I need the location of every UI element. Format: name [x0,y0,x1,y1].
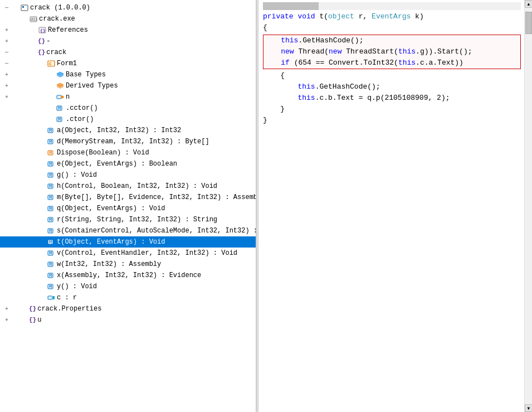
field-icon-n [56,93,65,101]
tree-item-n[interactable]: + n [0,91,256,103]
m-method-label: m(Byte[], Byte[], Evidence, Int32, Int32… [57,193,256,201]
expand-u-ns[interactable]: + [2,316,11,324]
svg-text:M: M [49,206,52,212]
method-icon-cctor: M [56,104,65,113]
tree-item-d-method[interactable]: M d(MemoryStream, Int32, Int32) : Byte[] [0,136,256,147]
expand-n[interactable]: + [2,93,11,101]
svg-text:M: M [49,162,52,167]
top-scrollbar-area[interactable] [263,2,521,10]
tree-item-v-method[interactable]: M v(Control, EventHandler, Int32, Int32)… [0,248,256,259]
svg-text:M: M [49,217,52,223]
tree-item-crack-props[interactable]: + {} crack.Properties [0,303,256,314]
expand-x-method [2,271,11,280]
tree-item-e-method[interactable]: M e(Object, EventArgs) : Boolean [0,158,256,169]
code-line-8: this.c.b.Text = q.p(2105108909, 2); [263,93,521,104]
method-icon-m: M [47,193,56,202]
method-icon-w: M [47,260,56,269]
tree-item-crack-solution[interactable]: ─ crack (1.0.0.0) [0,2,256,13]
tree-item-references[interactable]: + {} References [0,25,256,36]
tree-item-x-method[interactable]: M x(Assembly, Int32, Int32) : Evidence [0,270,256,281]
expand-crack-ns[interactable]: ─ [2,48,11,57]
code-line-10: } [263,115,521,126]
expand-c-field [2,293,11,302]
expand-d-method [2,137,11,146]
kw-private-1: private [263,11,294,22]
q-method-label: q(Object, EventArgs) : Void [57,205,165,212]
scroll-up-button[interactable]: ▲ [525,0,532,8]
expand-braces[interactable]: + [2,37,11,46]
tree-item-u-ns[interactable]: + {} u [0,314,256,326]
svg-text:M: M [49,262,52,268]
tree-item-dispose[interactable]: M Dispose(Boolean) : Void [0,147,256,158]
svg-text:M: M [49,151,52,156]
base-types-icon [56,70,65,79]
tree-item-cctor[interactable]: M .cctor() [0,103,256,114]
t-method-label: t(Object, EventArgs) : Void [57,238,165,246]
crack-solution-label: crack (1.0.0.0) [30,4,90,12]
tree-item-s-method[interactable]: M s(ContainerControl, AutoScaleMode, Int… [0,225,256,236]
expand-cctor [2,104,11,113]
expand-ctor [2,115,11,124]
tree-item-a-method[interactable]: M a(Object, Int32, Int32) : Int32 [0,125,256,136]
method-icon-g: M [47,171,56,180]
expand-base-types[interactable]: + [2,70,11,79]
expand-m-method [2,193,11,202]
tree-panel[interactable]: ─ crack (1.0.0.0) dll crack.exe + {} [0,0,256,412]
tree-item-crack-exe[interactable]: dll crack.exe [0,13,256,25]
scroll-down-button[interactable]: ▼ [525,404,532,412]
expand-crack-props[interactable]: + [2,304,11,313]
namespace-icon-crack: {} [38,49,45,56]
svg-rect-1 [22,6,24,8]
code-panel: private void t(object r, EventArgs k) { … [258,0,532,412]
tree-item-t-method[interactable]: M t(Object, EventArgs) : Void [0,236,256,248]
tree-item-r-method[interactable]: M r(String, String, Int32, Int32) : Stri… [0,214,256,225]
svg-rect-8 [57,95,61,99]
code-line-2: { [263,22,521,33]
references-label: References [48,26,88,34]
expand-crack-solution[interactable]: ─ [2,3,11,12]
code-view: private void t(object r, EventArgs k) { … [263,11,521,126]
expand-y-method [2,282,11,291]
scroll-thumb[interactable] [525,12,532,34]
form1-label: Form1 [57,60,77,67]
right-scrollbar[interactable]: ▲ ▼ [524,0,532,412]
method-icon-h: M [47,182,56,191]
tree-item-form1[interactable]: ─ C Form1 [0,58,256,69]
svg-text:M: M [49,195,52,201]
y-method-label: y() : Void [57,283,97,290]
code-line-3: this.GetHashCode(); [263,35,520,46]
solution-icon [20,3,29,12]
tree-item-q-method[interactable]: M q(Object, EventArgs) : Void [0,203,256,214]
top-scrollbar-thumb[interactable] [263,2,319,10]
svg-text:M: M [49,128,52,134]
svg-text:M: M [49,273,52,279]
expand-derived-types[interactable]: + [2,81,11,90]
tree-item-y-method[interactable]: M y() : Void [0,281,256,292]
expand-form1[interactable]: ─ [2,59,11,68]
method-icon-d: M [47,137,56,146]
namespace-icon-1: {} [38,38,45,45]
kw-this-7: this [297,81,315,93]
tree-item-ctor[interactable]: M .ctor() [0,114,256,125]
tree-item-braces[interactable]: + {} - [0,36,256,47]
tree-item-c-field[interactable]: c : r [0,292,256,303]
tree-item-derived-types[interactable]: + Derived Types [0,80,256,91]
tree-item-crack-ns[interactable]: ─ {} crack [0,47,256,58]
tree-item-w-method[interactable]: M w(Int32, Int32) : Assembly [0,259,256,270]
code-line-7: this.GetHashCode(); [263,81,521,93]
code-line-5: if (654 == Convert.ToInt32(this.c.a.Text… [263,57,520,69]
code-line-1: private void t(object r, EventArgs k) [263,11,521,22]
expand-r-method [2,215,11,224]
assembly-icon: dll [29,14,38,23]
references-icon: {} [38,26,47,35]
tree-item-g-method[interactable]: M g() : Void [0,169,256,181]
code-line-9: } [263,104,521,115]
kw-new-4: new [281,46,294,57]
tree-item-m-method[interactable]: M m(Byte[], Byte[], Evidence, Int32, Int… [0,192,256,203]
expand-dispose [2,148,11,157]
tree-item-base-types[interactable]: + Base Types [0,69,256,80]
expand-references[interactable]: + [2,26,11,35]
tree-item-h-method[interactable]: M h(Control, Boolean, Int32, Int32) : Vo… [0,181,256,192]
s-method-label: s(ContainerControl, AutoScaleMode, Int32… [57,227,256,235]
kw-this-8: this [297,93,315,104]
